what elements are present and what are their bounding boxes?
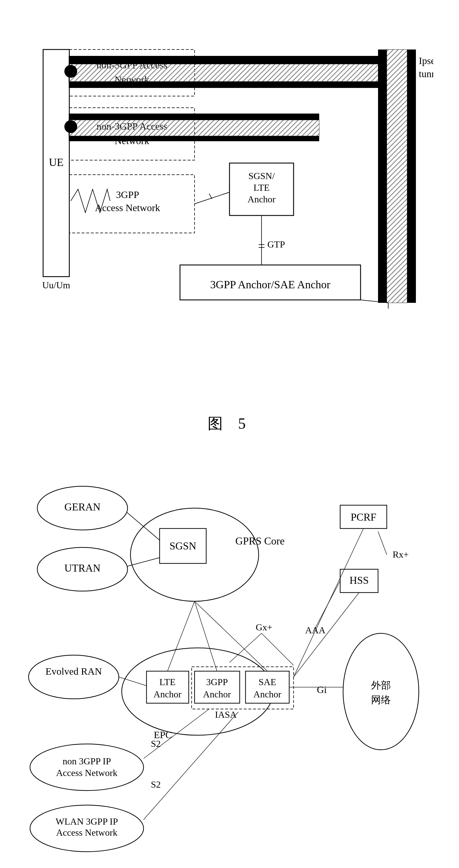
svg-text:3GPP: 3GPP bbox=[206, 677, 228, 687]
svg-line-27 bbox=[194, 192, 230, 204]
svg-text:GERAN: GERAN bbox=[64, 501, 100, 513]
svg-text:UTRAN: UTRAN bbox=[64, 562, 100, 574]
svg-text:AAA: AAA bbox=[305, 625, 325, 636]
svg-text:Ipsec: Ipsec bbox=[419, 55, 433, 66]
svg-text:3GPP Anchor/SAE Anchor: 3GPP Anchor/SAE Anchor bbox=[210, 278, 331, 290]
svg-text:non 3GPP IP: non 3GPP IP bbox=[63, 756, 111, 766]
svg-line-28 bbox=[209, 194, 212, 199]
figure5-diagram: UE Uu/Um non-3GPP Access Network non-3GP… bbox=[26, 12, 433, 390]
svg-text:Anchor: Anchor bbox=[248, 194, 276, 205]
svg-text:S2: S2 bbox=[151, 779, 161, 790]
svg-text:PCRF: PCRF bbox=[351, 511, 376, 523]
svg-text:S2: S2 bbox=[151, 738, 161, 749]
svg-text:GPRS Core: GPRS Core bbox=[235, 535, 284, 547]
svg-rect-12 bbox=[69, 56, 386, 64]
svg-rect-15 bbox=[69, 82, 386, 88]
svg-line-92 bbox=[167, 601, 194, 671]
svg-text:IASA: IASA bbox=[215, 709, 237, 720]
svg-text:GTP: GTP bbox=[267, 239, 285, 250]
figure6-diagram: GERAN UTRAN Evolved RAN non 3GPP IP Acce… bbox=[26, 451, 433, 868]
figure5-title-text: 图 5 bbox=[208, 415, 252, 432]
svg-text:外部: 外部 bbox=[371, 680, 391, 691]
svg-text:Gx+: Gx+ bbox=[256, 622, 272, 632]
svg-rect-19 bbox=[69, 136, 319, 141]
svg-text:Access Network: Access Network bbox=[95, 203, 160, 213]
svg-text:SGSN/: SGSN/ bbox=[248, 170, 275, 181]
svg-rect-38 bbox=[407, 50, 416, 303]
svg-text:Anchor: Anchor bbox=[253, 689, 281, 700]
svg-text:Uu/Um: Uu/Um bbox=[42, 280, 70, 290]
svg-text:WLAN 3GPP IP: WLAN 3GPP IP bbox=[56, 816, 118, 827]
svg-line-96 bbox=[144, 709, 209, 758]
svg-line-98 bbox=[144, 712, 238, 820]
svg-text:tunnel: tunnel bbox=[419, 68, 433, 79]
svg-rect-17 bbox=[69, 120, 319, 136]
svg-line-70 bbox=[262, 633, 294, 665]
svg-rect-35 bbox=[378, 50, 387, 303]
svg-text:LTE: LTE bbox=[253, 182, 270, 193]
svg-point-51 bbox=[30, 744, 144, 790]
svg-rect-36 bbox=[387, 50, 407, 303]
svg-text:Access Network: Access Network bbox=[56, 827, 118, 838]
svg-text:Access Network: Access Network bbox=[56, 768, 118, 778]
page-container: UE Uu/Um non-3GPP Access Network non-3GP… bbox=[0, 0, 459, 868]
svg-line-94 bbox=[194, 601, 267, 671]
svg-line-61 bbox=[127, 513, 160, 540]
svg-point-49 bbox=[29, 655, 119, 699]
svg-rect-16 bbox=[69, 114, 319, 120]
svg-text:Anchor: Anchor bbox=[203, 689, 231, 700]
svg-point-21 bbox=[64, 65, 77, 78]
svg-rect-13 bbox=[69, 64, 386, 82]
svg-text:LTE: LTE bbox=[159, 677, 176, 687]
svg-text:Gi: Gi bbox=[317, 684, 327, 695]
figure5-label: 图 5 bbox=[208, 413, 252, 434]
svg-text:Rx+: Rx+ bbox=[393, 549, 408, 560]
svg-text:3GPP: 3GPP bbox=[116, 189, 139, 200]
svg-text:网络: 网络 bbox=[371, 694, 391, 705]
svg-line-62 bbox=[127, 558, 160, 566]
svg-point-22 bbox=[64, 120, 77, 133]
svg-text:UE: UE bbox=[49, 156, 64, 168]
svg-point-87 bbox=[343, 633, 419, 750]
svg-text:Anchor: Anchor bbox=[153, 689, 181, 700]
svg-text:Evolved RAN: Evolved RAN bbox=[45, 666, 102, 677]
svg-text:HSS: HSS bbox=[349, 575, 369, 586]
svg-text:SAE: SAE bbox=[258, 677, 276, 687]
svg-line-68 bbox=[378, 531, 387, 555]
svg-text:SGSN: SGSN bbox=[170, 540, 196, 552]
